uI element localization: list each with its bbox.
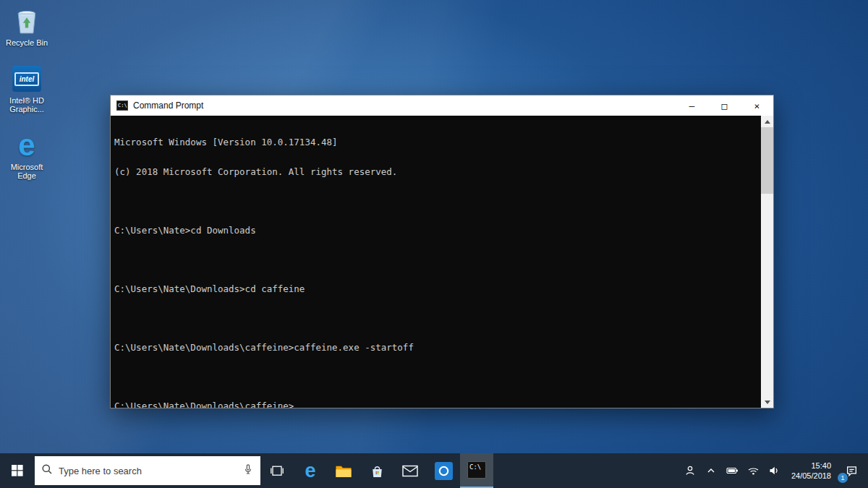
desktop-icon-intel-hd-graphics[interactable]: intel Intel® HD Graphic... bbox=[3, 64, 51, 114]
task-view-button[interactable] bbox=[260, 453, 294, 488]
terminal-output[interactable]: Microsoft Windows [Version 10.0.17134.48… bbox=[111, 116, 773, 408]
taskbar-command-prompt-button[interactable]: C:\ bbox=[460, 453, 493, 488]
mail-icon bbox=[402, 465, 418, 477]
command-prompt-icon: C:\ bbox=[467, 461, 486, 479]
desktop-icon-label: Microsoft Edge bbox=[3, 163, 51, 180]
volume-icon[interactable] bbox=[764, 453, 785, 488]
pinned-app-icon bbox=[435, 462, 453, 480]
desktop-icon-microsoft-edge[interactable]: e Microsoft Edge bbox=[3, 130, 51, 180]
vertical-scrollbar[interactable] bbox=[761, 116, 773, 408]
clock-time: 15:40 bbox=[791, 461, 831, 471]
terminal-line: C:\Users\Nate\Downloads>cd caffeine bbox=[114, 284, 757, 294]
start-button[interactable] bbox=[0, 453, 35, 488]
desktop-icon-label: Intel® HD Graphic... bbox=[3, 96, 51, 114]
desktop-icon-label: Recycle Bin bbox=[3, 38, 51, 47]
windows-logo-icon bbox=[12, 465, 23, 476]
terminal-line bbox=[114, 254, 757, 265]
notification-badge: 1 bbox=[838, 473, 848, 483]
folder-icon bbox=[335, 464, 352, 478]
terminal-line: Microsoft Windows [Version 10.0.17134.48… bbox=[114, 137, 757, 147]
search-input[interactable] bbox=[59, 466, 237, 476]
scroll-down-arrow[interactable] bbox=[761, 396, 773, 408]
taskbar: e bbox=[0, 453, 868, 488]
recycle-bin-icon bbox=[3, 6, 51, 36]
store-icon bbox=[370, 463, 385, 479]
terminal-line bbox=[114, 372, 757, 382]
action-center-button[interactable]: 1 bbox=[838, 453, 865, 488]
terminal-line bbox=[114, 196, 757, 206]
microphone-icon[interactable] bbox=[242, 463, 254, 478]
task-view-icon bbox=[271, 466, 284, 476]
command-prompt-window: C:\ Command Prompt – □ × Microsoft Windo… bbox=[110, 95, 774, 408]
terminal-line: C:\Users\Nate\Downloads\caffeine> bbox=[114, 401, 757, 408]
scroll-up-arrow[interactable] bbox=[761, 116, 773, 127]
taskbar-pinned-app-button[interactable] bbox=[427, 453, 460, 488]
taskbar-store-button[interactable] bbox=[360, 453, 393, 488]
intel-hd-graphics-icon: intel bbox=[3, 64, 51, 94]
taskbar-mail-button[interactable] bbox=[393, 453, 427, 488]
terminal-line bbox=[114, 313, 757, 323]
close-button[interactable]: × bbox=[741, 95, 773, 116]
edge-icon: e bbox=[3, 130, 51, 160]
edge-icon: e bbox=[305, 461, 315, 481]
maximize-button[interactable]: □ bbox=[708, 95, 741, 116]
taskbar-edge-button[interactable]: e bbox=[294, 453, 327, 488]
terminal-line: C:\Users\Nate\Downloads\caffeine>caffein… bbox=[114, 343, 757, 353]
clock-date: 24/05/2018 bbox=[791, 471, 831, 481]
cmd-icon: C:\ bbox=[116, 100, 128, 111]
scroll-thumb[interactable] bbox=[761, 127, 773, 194]
network-wifi-icon[interactable] bbox=[743, 453, 764, 488]
desktop-icon-recycle-bin[interactable]: Recycle Bin bbox=[3, 6, 51, 47]
search-icon bbox=[41, 463, 53, 478]
chevron-up-icon[interactable] bbox=[701, 453, 722, 488]
battery-icon[interactable] bbox=[722, 453, 743, 488]
terminal-line: (c) 2018 Microsoft Corporation. All righ… bbox=[114, 167, 757, 177]
system-tray: 15:40 24/05/2018 1 bbox=[680, 453, 868, 488]
intel-logo-text: intel bbox=[14, 72, 40, 86]
window-controls: – □ × bbox=[676, 95, 773, 116]
window-title: Command Prompt bbox=[133, 100, 203, 111]
minimize-button[interactable]: – bbox=[676, 95, 708, 116]
taskbar-file-explorer-button[interactable] bbox=[327, 453, 360, 488]
clock[interactable]: 15:40 24/05/2018 bbox=[785, 461, 838, 481]
search-box[interactable] bbox=[35, 456, 260, 485]
terminal-line: C:\Users\Nate>cd Downloads bbox=[114, 226, 757, 236]
titlebar[interactable]: C:\ Command Prompt – □ × bbox=[111, 95, 773, 116]
people-icon[interactable] bbox=[680, 453, 701, 488]
taskbar-left: e bbox=[0, 453, 493, 488]
